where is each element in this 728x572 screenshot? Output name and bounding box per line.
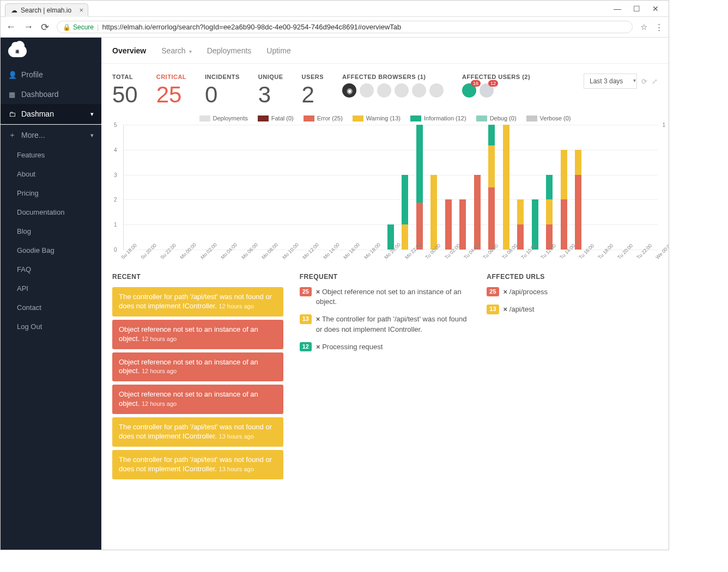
url-text: https://elmah.io/errorlog/search?logId=e…: [102, 23, 401, 31]
bar-slot: [239, 125, 253, 250]
bar-slot: [441, 125, 456, 250]
menu-icon[interactable]: ⋮: [655, 22, 663, 32]
tab-overview[interactable]: Overview: [112, 46, 146, 55]
bar-slot: [586, 125, 600, 250]
bar-slot: [629, 125, 643, 250]
stat-browsers: AFFECTED BROWSERS (1) ◉: [342, 74, 444, 98]
section-title: FREQUENT: [300, 273, 471, 281]
lock-icon: 🔒: [63, 23, 71, 31]
bar-slot: [196, 125, 210, 250]
logo[interactable]: ⛯: [1, 38, 101, 65]
frequent-column: FREQUENT 25× Object reference not set to…: [300, 273, 471, 483]
tab-title: Search | elmah.io: [21, 7, 71, 14]
bar-slot: [138, 125, 152, 250]
reload-icon[interactable]: ⟳: [41, 21, 49, 33]
sidebar-item-goodie-bag[interactable]: Goodie Bag: [1, 241, 101, 260]
recent-card[interactable]: The controller for path '/api/test' was …: [112, 287, 283, 317]
bar-slot: [268, 125, 282, 250]
sidebar-item-app[interactable]: 🗀 Dashman ▾: [1, 104, 101, 124]
firefox-icon: [360, 83, 374, 98]
bar-slot: [412, 125, 427, 250]
bar-slot: [427, 125, 441, 250]
bar-slot: [513, 125, 527, 250]
bar-slot: [124, 125, 138, 250]
bar-slot: [600, 125, 614, 250]
bar-slot: [340, 125, 354, 250]
bar-slot: [456, 125, 470, 250]
back-icon[interactable]: ←: [6, 21, 16, 33]
bar-slot: [557, 125, 571, 250]
sidebar-item-profile[interactable]: 👤 Profile: [1, 65, 101, 84]
browser-tab[interactable]: ☁ Search | elmah.io ×: [5, 3, 88, 17]
recent-card[interactable]: Object reference not set to an instance …: [112, 352, 283, 382]
recent-card[interactable]: The controller for path '/api/test' was …: [112, 417, 283, 447]
bar-slot: [528, 125, 542, 250]
sidebar-item-blog[interactable]: Blog: [1, 222, 101, 241]
recent-card[interactable]: Object reference not set to an instance …: [112, 385, 283, 414]
bar-slot: [225, 125, 239, 250]
sidebar-item-documentation[interactable]: Documentation: [1, 203, 101, 222]
recent-card[interactable]: Object reference not set to an instance …: [112, 320, 283, 349]
recent-card[interactable]: The controller for path '/api/test' was …: [112, 450, 283, 479]
tab-nav: Overview Search▾ Deployments Uptime: [101, 38, 669, 64]
bar-slot: [297, 125, 311, 250]
bar-slot: [542, 125, 556, 250]
bar-slot: [571, 125, 585, 250]
sidebar-item-faq[interactable]: FAQ: [1, 260, 101, 279]
star-icon[interactable]: ☆: [640, 22, 647, 32]
tab-deployments[interactable]: Deployments: [207, 46, 252, 55]
sidebar-item-pricing[interactable]: Pricing: [1, 184, 101, 203]
user-icon: 👤: [8, 71, 16, 79]
sidebar-item-dashboard[interactable]: ▦ Dashboard: [1, 84, 101, 104]
tab-uptime[interactable]: Uptime: [266, 46, 290, 55]
section-title: AFFECTED URLS: [487, 273, 658, 281]
safari-icon: [429, 83, 444, 98]
sidebar-item-features[interactable]: Features: [1, 145, 101, 165]
range-select[interactable]: Last 3 days: [584, 74, 637, 89]
url-item[interactable]: 13× /api/test: [487, 305, 658, 314]
tab-favicon-icon: ☁: [11, 7, 17, 14]
stat-incidents: INCIDENTS 0: [205, 74, 240, 106]
tab-search[interactable]: Search▾: [161, 46, 191, 55]
urls-column: AFFECTED URLS 25× /api/process13× /api/t…: [487, 273, 658, 483]
stat-total: TOTAL 50: [112, 74, 138, 106]
bar-slot: [643, 125, 657, 250]
sidebar-item-api[interactable]: API: [1, 279, 101, 298]
section-title: RECENT: [112, 273, 283, 281]
url-box[interactable]: 🔒 Secure | https://elmah.io/errorlog/sea…: [57, 21, 633, 33]
expand-icon[interactable]: ⤢: [652, 77, 658, 86]
avatar[interactable]: 16: [462, 83, 476, 98]
frequent-item[interactable]: 25× Object reference not set to an insta…: [300, 287, 471, 307]
bar-slot: [282, 125, 296, 250]
avatar[interactable]: 12: [480, 83, 494, 98]
stat-unique: UNIQUE 3: [258, 74, 283, 106]
window-minimize-icon[interactable]: —: [614, 4, 621, 13]
grid-icon: ▦: [8, 90, 16, 99]
sidebar-item-log-out[interactable]: Log Out: [1, 317, 101, 336]
forward-icon[interactable]: →: [23, 21, 33, 33]
sidebar-item-label: More...: [21, 131, 45, 139]
bar-slot: [384, 125, 398, 250]
refresh-icon[interactable]: ⟳: [641, 77, 647, 86]
ie-icon: [377, 83, 391, 98]
bar-slot: [167, 125, 181, 250]
chrome-icon: ◉: [342, 83, 356, 98]
sidebar: ⛯ 👤 Profile ▦ Dashboard 🗀 Dashman ▾ ＋ Mo…: [1, 38, 101, 550]
stat-users: USERS 2: [302, 74, 324, 106]
sidebar-item-about[interactable]: About: [1, 165, 101, 184]
chevron-down-icon: ▾: [189, 48, 192, 54]
url-item[interactable]: 25× /api/process: [487, 287, 658, 297]
sidebar-item-more[interactable]: ＋ More... ▾: [1, 125, 101, 145]
sidebar-item-label: Dashboard: [21, 90, 59, 99]
bar-slot: [253, 125, 268, 250]
frequent-item[interactable]: 12× Processing request: [300, 342, 471, 352]
bar-slot: [181, 125, 196, 250]
plus-icon: ＋: [8, 130, 16, 140]
window-title-bar: ☁ Search | elmah.io × — ☐ ✕: [1, 1, 669, 17]
sidebar-item-contact[interactable]: Contact: [1, 298, 101, 317]
tab-close-icon[interactable]: ×: [80, 6, 84, 14]
frequent-item[interactable]: 13× The controller for path '/api/test' …: [300, 314, 471, 334]
window-maximize-icon[interactable]: ☐: [633, 4, 640, 13]
window-close-icon[interactable]: ✕: [652, 4, 659, 13]
chevron-down-icon: ▾: [90, 132, 94, 139]
